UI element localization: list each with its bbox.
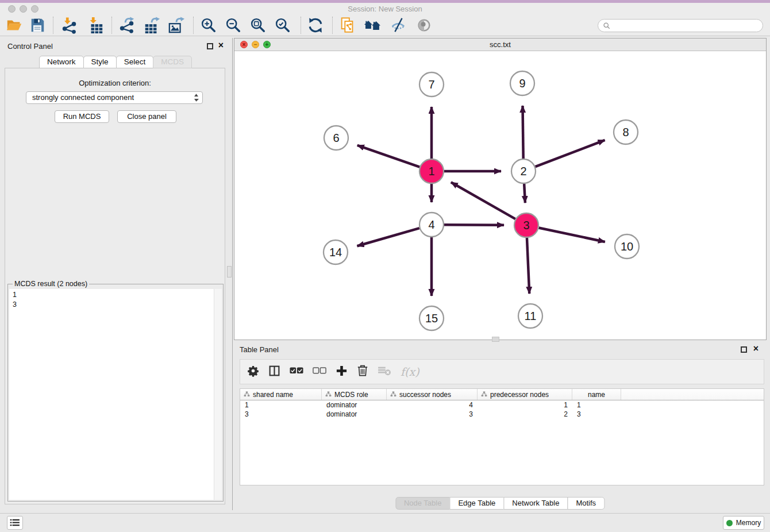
edge-3-1[interactable] <box>451 182 515 219</box>
node-label: 3 <box>523 219 529 232</box>
node-9[interactable]: 9 <box>510 71 534 95</box>
main-toolbar <box>0 16 770 36</box>
network-maximize-icon[interactable]: + <box>263 41 271 48</box>
vertical-splitter-handle[interactable] <box>227 266 232 277</box>
toolbar-separator <box>53 17 53 34</box>
column-header-predecessor-nodes[interactable]: predecessor nodes <box>478 389 572 400</box>
refresh-layout-icon[interactable] <box>306 16 325 34</box>
edge-2-8[interactable] <box>536 140 605 167</box>
node-6[interactable]: 6 <box>324 126 348 150</box>
table-row[interactable]: 3dominator323 <box>240 410 764 419</box>
home-views-icon[interactable] <box>363 16 382 34</box>
save-session-icon[interactable] <box>28 16 47 34</box>
edge-3-11[interactable] <box>527 238 529 294</box>
export-image-icon[interactable] <box>167 16 186 34</box>
table-tabs: Node TableEdge TableNetwork TableMotifs <box>396 497 605 510</box>
node-table: shared nameMCDS rolesuccessor nodesprede… <box>240 388 764 485</box>
list-view-button[interactable] <box>7 516 23 530</box>
node-2[interactable]: 2 <box>511 159 536 183</box>
show-columns-icon[interactable] <box>268 365 280 379</box>
column-header-shared-name[interactable]: shared name <box>240 389 322 400</box>
search-input[interactable] <box>613 20 760 31</box>
column-header-mcds-role[interactable]: MCDS role <box>322 389 387 400</box>
table-header-row: shared nameMCDS rolesuccessor nodesprede… <box>240 389 764 400</box>
maximize-window-button[interactable] <box>31 5 38 13</box>
search-icon <box>603 22 611 30</box>
application-window: Session: New Session <box>0 0 770 532</box>
table-row[interactable]: 1dominator411 <box>240 400 764 410</box>
node-14[interactable]: 14 <box>324 240 348 264</box>
node-label: 4 <box>428 218 434 231</box>
control-panel-title: Control Panel <box>7 42 53 51</box>
table-settings-gear-icon[interactable] <box>247 365 259 379</box>
network-minimize-icon[interactable]: – <box>252 41 259 48</box>
clone-network-icon[interactable] <box>338 16 357 34</box>
edge-2-9[interactable] <box>523 106 523 159</box>
node-7[interactable]: 7 <box>419 72 444 97</box>
delete-column-icon[interactable] <box>357 364 368 379</box>
table-float-panel-icon[interactable] <box>741 346 747 353</box>
tab-style[interactable]: Style <box>83 56 117 68</box>
import-table-icon[interactable] <box>86 16 105 34</box>
select-all-columns-icon[interactable] <box>290 367 303 377</box>
tab-node-table[interactable]: Node Table <box>395 497 451 510</box>
criterion-select[interactable]: strongly connected component <box>26 91 203 104</box>
table-close-panel-icon[interactable]: × <box>753 344 759 354</box>
edge-4-14[interactable] <box>357 228 419 246</box>
node-3[interactable]: 3 <box>514 213 538 237</box>
hide-details-icon[interactable] <box>388 16 408 34</box>
select-stepper-icon <box>194 93 199 102</box>
mcds-result-box[interactable]: 1 3 <box>9 289 222 500</box>
tab-network[interactable]: Network <box>39 56 84 68</box>
edge-2-3[interactable] <box>524 184 525 203</box>
node-11[interactable]: 11 <box>518 304 542 328</box>
edge-1-6[interactable] <box>357 145 419 167</box>
float-panel-icon[interactable] <box>207 43 213 49</box>
open-folder-icon[interactable] <box>5 16 24 34</box>
import-network-icon[interactable] <box>60 16 79 34</box>
horizontal-splitter-handle[interactable] <box>492 337 499 342</box>
network-close-icon[interactable]: × <box>240 41 248 48</box>
export-network-icon[interactable] <box>117 16 137 34</box>
zoom-fit-icon[interactable] <box>248 16 268 34</box>
tab-edge-table[interactable]: Edge Table <box>449 497 504 510</box>
column-header-successor-nodes[interactable]: successor nodes <box>387 389 478 400</box>
close-window-button[interactable] <box>8 5 16 13</box>
deselect-all-columns-icon[interactable] <box>313 367 326 377</box>
node-15[interactable]: 15 <box>419 306 444 330</box>
minimize-window-button[interactable] <box>20 5 27 13</box>
column-header-name[interactable]: name <box>572 389 621 400</box>
edge-3-10[interactable] <box>539 228 605 242</box>
tab-mcds[interactable]: MCDS <box>153 56 192 68</box>
close-panel-button[interactable]: Close panel <box>117 110 176 123</box>
node-1[interactable]: 1 <box>419 159 444 183</box>
tab-motifs[interactable]: Motifs <box>567 497 605 510</box>
zoom-out-icon[interactable] <box>224 16 243 34</box>
node-label: 15 <box>425 312 438 325</box>
mcds-result-text: 1 3 <box>13 290 17 310</box>
toolbar-separator <box>332 17 333 34</box>
export-table-icon[interactable] <box>142 16 161 34</box>
add-column-icon[interactable] <box>336 365 348 379</box>
run-mcds-button[interactable]: Run MCDS <box>55 110 109 123</box>
delete-table-icon <box>378 365 391 379</box>
network-graph[interactable]: 7968124314101511 <box>234 51 766 340</box>
tab-network-table[interactable]: Network Table <box>503 497 568 510</box>
memory-button[interactable]: Memory <box>723 516 764 530</box>
cell-successor-nodes: 4 <box>387 400 478 410</box>
network-window-titlebar[interactable]: × – + scc.txt <box>234 38 766 51</box>
close-panel-icon[interactable]: × <box>218 40 224 51</box>
node-4[interactable]: 4 <box>419 213 444 237</box>
node-8[interactable]: 8 <box>614 120 638 144</box>
node-10[interactable]: 10 <box>615 234 639 259</box>
zoom-selected-icon[interactable] <box>273 16 292 34</box>
window-titlebar[interactable]: Session: New Session <box>0 3 770 16</box>
edge-4-3[interactable] <box>444 225 504 225</box>
result-scrollbar[interactable] <box>214 289 222 500</box>
show-details-icon[interactable] <box>414 16 434 34</box>
tab-select[interactable]: Select <box>116 56 154 68</box>
window-traffic-lights <box>8 5 38 13</box>
list-icon <box>10 519 20 527</box>
zoom-in-icon[interactable] <box>199 16 218 34</box>
table-toolbar: f(x) <box>240 359 764 384</box>
